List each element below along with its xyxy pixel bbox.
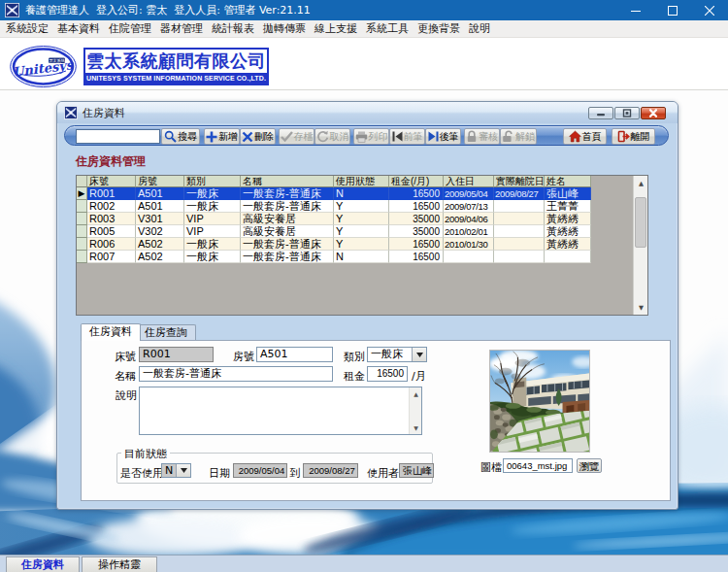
table-cell[interactable]: 高級安養居 xyxy=(241,225,334,238)
menu-item[interactable]: 線上支援 xyxy=(312,20,360,37)
taskbar-item-housing[interactable]: 住房資料 xyxy=(6,556,80,572)
child-close-button[interactable] xyxy=(641,107,666,119)
row-indicator[interactable] xyxy=(77,200,87,213)
table-cell[interactable] xyxy=(494,200,545,213)
menu-item[interactable]: 拋轉傳票 xyxy=(260,20,309,37)
row-indicator[interactable]: ▶ xyxy=(77,187,87,200)
table-cell[interactable]: R005 xyxy=(87,225,136,238)
table-cell[interactable] xyxy=(545,251,591,263)
table-cell[interactable]: 2010/02/01 xyxy=(444,225,494,238)
delete-button[interactable]: 刪除 xyxy=(240,128,276,145)
table-cell[interactable]: Y xyxy=(334,225,389,238)
type-combobox[interactable]: 一般床 xyxy=(367,347,427,362)
menu-item[interactable]: 基本資料 xyxy=(54,20,103,37)
menu-item[interactable]: 系統設定 xyxy=(3,20,51,37)
table-cell[interactable]: 16500 xyxy=(389,251,444,263)
scroll-down-icon[interactable]: ▼ xyxy=(634,300,648,315)
table-cell[interactable]: 黃綉綉 xyxy=(545,225,591,238)
table-cell[interactable]: 一般床 xyxy=(184,238,241,251)
table-cell[interactable]: 一般套房-普通床 xyxy=(241,238,334,251)
table-cell[interactable]: R007 xyxy=(87,251,136,263)
table-cell[interactable]: A502 xyxy=(136,251,184,263)
table-cell[interactable]: V302 xyxy=(136,225,184,238)
column-header[interactable]: 姓名 xyxy=(545,176,591,187)
table-cell[interactable]: Y xyxy=(334,213,389,225)
table-cell[interactable]: 一般套房-普通床 xyxy=(241,187,334,200)
menu-item[interactable]: 器材管理 xyxy=(157,20,206,37)
menu-item[interactable]: 更換背景 xyxy=(414,20,463,37)
child-restore-button[interactable] xyxy=(614,107,640,119)
table-cell[interactable]: 黃綉綉 xyxy=(545,213,591,225)
table-cell[interactable] xyxy=(444,251,494,263)
table-cell[interactable] xyxy=(494,225,545,238)
taskbar-item-wizard[interactable]: 操作精靈 xyxy=(82,556,157,572)
prev-button[interactable]: 前筆 xyxy=(389,128,425,145)
table-cell[interactable]: 16500 xyxy=(389,187,444,200)
table-cell[interactable]: 35000 xyxy=(389,213,444,225)
table-cell[interactable]: 一般套房-普通床 xyxy=(241,251,334,263)
table-cell[interactable]: 一般床 xyxy=(184,200,241,213)
row-indicator[interactable] xyxy=(77,225,87,238)
next-button[interactable]: 後筆 xyxy=(425,128,461,145)
name-field[interactable]: 一般套房-普通床 xyxy=(139,366,333,382)
table-cell[interactable]: A502 xyxy=(136,238,184,251)
minimize-button[interactable] xyxy=(617,0,654,20)
table-cell[interactable]: 2009/05/04 xyxy=(444,187,494,200)
table-cell[interactable]: 黃綉綉 xyxy=(545,238,591,251)
image-filename-field[interactable]: 00643_mst.jpg xyxy=(503,458,573,473)
table-cell[interactable]: 16500 xyxy=(389,238,444,251)
table-cell[interactable]: 一般套房-普通床 xyxy=(241,200,334,213)
bed-field[interactable]: R001 xyxy=(139,347,214,362)
column-header[interactable]: 房號 xyxy=(136,176,184,187)
table-cell[interactable]: 王菁菁 xyxy=(545,200,591,213)
table-cell[interactable]: A501 xyxy=(136,200,184,213)
grid-vertical-scrollbar[interactable]: ▲ ▼ xyxy=(633,176,647,315)
column-header[interactable]: 床號 xyxy=(87,176,136,187)
table-cell[interactable] xyxy=(494,213,545,225)
menu-item[interactable]: 住院管理 xyxy=(106,20,154,37)
table-cell[interactable]: 一般床 xyxy=(184,251,241,263)
user-field[interactable]: 張山峰 xyxy=(399,463,434,478)
table-cell[interactable]: 張山峰 xyxy=(545,187,591,200)
scrollbar-thumb[interactable] xyxy=(635,197,646,248)
tab-housing-query[interactable]: 住房查詢 xyxy=(136,324,196,341)
table-cell[interactable]: Y xyxy=(334,238,389,251)
maximize-button[interactable] xyxy=(654,0,691,20)
tab-housing-data[interactable]: 住房資料 xyxy=(81,323,141,341)
table-cell[interactable]: VIP xyxy=(184,225,241,238)
textarea-scrollbar[interactable]: ▲ ▼ xyxy=(409,387,421,434)
row-indicator[interactable] xyxy=(77,238,87,251)
scroll-down-icon[interactable]: ▼ xyxy=(410,421,422,434)
table-cell[interactable]: 35000 xyxy=(389,225,444,238)
table-cell[interactable]: V301 xyxy=(136,213,184,225)
in-use-combobox[interactable]: N xyxy=(161,463,191,478)
browse-button[interactable]: 瀏覽 xyxy=(577,458,602,473)
column-header[interactable]: 實際離院日 xyxy=(494,176,545,187)
table-cell[interactable]: 高級安養居 xyxy=(241,213,334,225)
table-cell[interactable]: N xyxy=(334,251,389,263)
table-cell[interactable]: R003 xyxy=(87,213,136,225)
save-button[interactable]: 存檔 xyxy=(279,128,314,145)
table-cell[interactable] xyxy=(494,251,545,263)
column-header[interactable]: 名稱 xyxy=(241,176,334,187)
column-header[interactable]: 使用狀態 xyxy=(334,176,389,187)
table-cell[interactable]: 16500 xyxy=(389,200,444,213)
table-cell[interactable]: VIP xyxy=(184,213,241,225)
search-button[interactable]: 搜尋 xyxy=(161,128,200,145)
row-indicator[interactable] xyxy=(77,213,87,225)
cancel-button[interactable]: 取消 xyxy=(314,128,350,145)
menu-item[interactable]: 統計報表 xyxy=(209,20,257,37)
dropdown-icon[interactable] xyxy=(176,464,190,477)
table-cell[interactable]: R006 xyxy=(87,238,136,251)
print-button[interactable]: 列印 xyxy=(353,128,389,145)
table-cell[interactable]: A501 xyxy=(136,187,184,200)
add-button[interactable]: 新增 xyxy=(204,128,240,145)
scroll-up-icon[interactable]: ▲ xyxy=(634,176,648,190)
table-cell[interactable]: 2009/07/13 xyxy=(444,200,494,213)
column-header[interactable]: 類別 xyxy=(184,176,241,187)
column-header[interactable]: 入住日 xyxy=(444,176,494,187)
description-textarea[interactable]: ▲ ▼ xyxy=(139,387,422,435)
table-cell[interactable]: 2009/04/06 xyxy=(444,213,494,225)
child-window-titlebar[interactable]: 住房資料 xyxy=(57,102,678,123)
table-cell[interactable]: N xyxy=(334,187,389,200)
